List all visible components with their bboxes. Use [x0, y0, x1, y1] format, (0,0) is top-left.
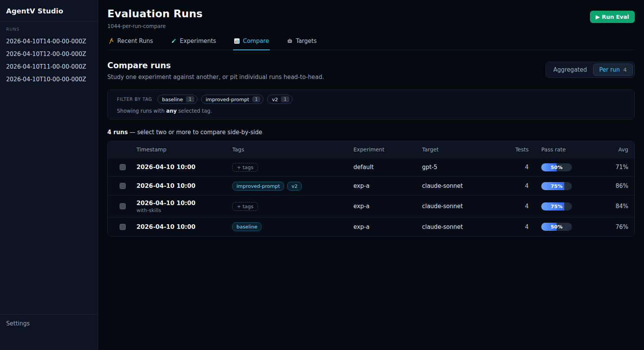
tab-targets[interactable]: Targets: [286, 38, 317, 50]
row-checkbox[interactable]: [120, 164, 126, 170]
filter-note: Showing runs with any selected tag.: [117, 108, 625, 114]
row-timestamp: 2026-04-10 10:00: [136, 200, 232, 207]
row-experiment: default: [353, 164, 422, 171]
app-title: AgentV Studio: [6, 7, 92, 15]
row-target: claude-sonnet: [422, 203, 514, 210]
main-content: Evaluation Runs 1044-per-run-compare ▶ R…: [98, 0, 644, 350]
filter-label: FILTER BY TAG: [117, 97, 152, 102]
filter-tag-improved-prompt[interactable]: improved-prompt1: [201, 95, 264, 104]
row-experiment: exp-a: [353, 223, 422, 230]
row-timestamp: 2026-04-10 10:00: [136, 164, 232, 171]
row-checkbox[interactable]: [120, 224, 126, 230]
filter-tag-name: v2: [272, 97, 278, 102]
test-tube-icon: [171, 38, 177, 44]
col-pass-rate: Pass rate: [529, 146, 572, 153]
filter-tag-count: 1: [186, 96, 194, 102]
row-experiment: exp-a: [353, 203, 422, 210]
pass-rate-bar: 50%: [541, 163, 572, 171]
col-target: Target: [422, 146, 514, 153]
row-experiment: exp-a: [353, 182, 422, 189]
runs-nav: RUNS 2026-04-10T14-00-00-000Z2026-04-10T…: [0, 21, 98, 314]
runs-summary-text: — select two or more to compare side-by-…: [128, 129, 262, 136]
pass-rate-label: 75%: [541, 182, 572, 190]
tab-label: Recent Runs: [117, 38, 153, 44]
tab-compare[interactable]: Compare: [233, 38, 270, 50]
col-tests: Tests: [514, 146, 529, 153]
sidebar-run-item[interactable]: 2026-04-10T10-00-00-000Z: [6, 76, 92, 83]
pass-rate-label: 50%: [541, 223, 572, 231]
toggle-label: Aggregated: [554, 66, 587, 73]
filter-tag-name: improved-prompt: [206, 97, 249, 102]
compare-heading: Compare runs: [107, 61, 324, 70]
filter-tag-v2[interactable]: v21: [267, 95, 292, 104]
page-subtitle: 1044-per-run-compare: [107, 23, 203, 29]
row-checkbox[interactable]: [120, 183, 126, 189]
filter-tag-list: baseline1improved-prompt1v21: [158, 95, 292, 104]
compare-description: Study one experiment against another, or…: [107, 74, 324, 81]
pass-rate-label: 50%: [541, 163, 572, 171]
filter-note-suffix: selected tag.: [177, 108, 212, 114]
toggle-label: Per run: [599, 66, 620, 73]
row-timestamp: 2026-04-10 10:00: [136, 223, 232, 230]
tab-label: Experiments: [180, 38, 216, 44]
runs-table: Timestamp Tags Experiment Target Tests P…: [107, 141, 635, 237]
tab-experiments[interactable]: Experiments: [170, 38, 217, 50]
page-title: Evaluation Runs: [107, 8, 203, 20]
toggle-per-run[interactable]: Per run 4: [593, 64, 633, 76]
tab-recent-runs[interactable]: Recent Runs: [107, 38, 154, 50]
row-tag-improved-prompt[interactable]: improved-prompt: [232, 182, 284, 191]
tab-label: Compare: [243, 38, 269, 44]
table-row: 2026-04-10 10:00+ tagsdefaultgpt-5450%71…: [108, 158, 634, 177]
filter-tag-baseline[interactable]: baseline1: [158, 95, 197, 104]
toggle-aggregated[interactable]: Aggregated: [547, 64, 593, 76]
sidebar-run-item[interactable]: 2026-04-10T12-00-00-000Z: [6, 51, 92, 58]
row-tests: 4: [514, 203, 529, 210]
filter-tag-count: 1: [252, 96, 260, 102]
row-avg: 76%: [572, 223, 628, 230]
run-eval-button[interactable]: ▶ Run Eval: [590, 11, 635, 23]
row-timestamp: 2026-04-10 10:00: [136, 182, 232, 189]
row-target: claude-sonnet: [422, 182, 514, 189]
filter-tag-name: baseline: [162, 97, 183, 102]
table-header-row: Timestamp Tags Experiment Target Tests P…: [108, 141, 634, 158]
pass-rate-bar: 75%: [541, 182, 572, 190]
filter-note-prefix: Showing runs with: [117, 108, 166, 114]
row-target: claude-sonnet: [422, 223, 514, 230]
sidebar-run-item[interactable]: 2026-04-10T14-00-00-000Z: [6, 38, 92, 45]
col-experiment: Experiment: [353, 146, 422, 153]
compare-section-head: Compare runs Study one experiment agains…: [107, 61, 635, 81]
row-checkbox[interactable]: [120, 203, 126, 209]
col-timestamp: Timestamp: [136, 146, 232, 153]
run-list: 2026-04-10T14-00-00-000Z2026-04-10T12-00…: [6, 38, 92, 83]
robot-icon: [287, 38, 293, 44]
runs-summary: 4 runs — select two or more to compare s…: [107, 129, 635, 136]
filter-row: FILTER BY TAG baseline1improved-prompt1v…: [117, 95, 625, 104]
row-tag-v2[interactable]: v2: [287, 182, 302, 191]
add-tags-button[interactable]: + tags: [232, 163, 258, 172]
table-row: 2026-04-10 10:00baselineexp-aclaude-sonn…: [108, 217, 634, 236]
col-avg: Avg: [572, 146, 628, 153]
col-tags: Tags: [232, 146, 353, 153]
row-avg: 84%: [572, 203, 628, 210]
runner-icon: [108, 38, 114, 44]
add-tags-button[interactable]: + tags: [232, 202, 258, 211]
pass-rate-bar: 50%: [541, 223, 572, 231]
sidebar-header: AgentV Studio: [0, 0, 98, 21]
sidebar-footer: Settings: [0, 314, 98, 350]
tab-label: Targets: [296, 38, 317, 44]
filter-tag-count: 1: [281, 96, 289, 102]
tab-bar: Recent Runs Experiments Compare: [107, 38, 635, 50]
row-tests: 4: [514, 164, 529, 171]
pass-rate-label: 75%: [541, 202, 572, 210]
bar-chart-icon: [234, 38, 240, 44]
row-tag-baseline[interactable]: baseline: [232, 222, 261, 231]
pass-rate-bar: 75%: [541, 202, 572, 210]
table-row: 2026-04-10 10:00improved-promptv2exp-acl…: [108, 177, 634, 196]
table-body: 2026-04-10 10:00+ tagsdefaultgpt-5450%71…: [108, 158, 634, 236]
table-row: 2026-04-10 10:00with-skills+ tagsexp-acl…: [108, 196, 634, 217]
row-avg: 71%: [572, 164, 628, 171]
row-avg: 86%: [572, 182, 628, 189]
runs-count: 4 runs: [107, 129, 128, 136]
settings-link[interactable]: Settings: [6, 320, 92, 327]
sidebar-run-item[interactable]: 2026-04-10T11-00-00-000Z: [6, 63, 92, 70]
